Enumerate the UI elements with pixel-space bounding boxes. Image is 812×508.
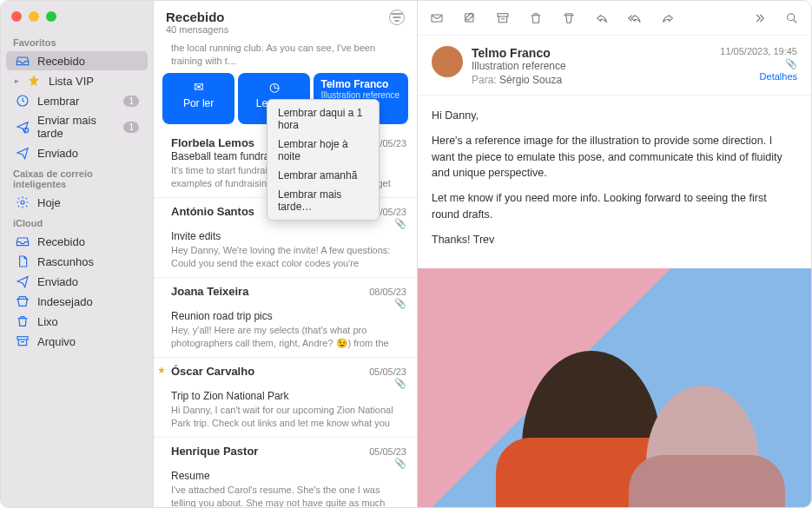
doc-icon: [15, 254, 30, 268]
sidebar-badge: 1: [123, 96, 139, 107]
sidebar-item-recebido[interactable]: Recebido: [6, 232, 148, 251]
avatar: [432, 46, 463, 77]
reader-header: Telmo Franco Illustration reference Para…: [418, 36, 811, 96]
sidebar-item-lixo[interactable]: Lixo: [6, 312, 148, 331]
sidebar-item-label: Hoje: [37, 196, 139, 209]
archive-icon[interactable]: [494, 11, 512, 25]
message-from: António Santos: [171, 205, 254, 218]
sidebar-item-lista-vip[interactable]: ▸Lista VIP: [6, 71, 148, 90]
mailbox-count: 40 mensagens: [166, 24, 228, 35]
reply-all-icon[interactable]: [626, 11, 644, 25]
reader-attachment-image[interactable]: [418, 268, 811, 507]
message-preview: I've attached Carol's resume. She's the …: [171, 484, 406, 507]
sidebar-group-title: Caixas de correio inteligentes: [1, 163, 153, 192]
minimize-window[interactable]: [29, 11, 39, 22]
sidebar-item-lembrar[interactable]: Lembrar1: [6, 91, 148, 110]
sidebar-item-label: Recebido: [37, 235, 139, 248]
sidebar-item-enviar-mais-tarde[interactable]: Enviar mais tarde1: [6, 111, 148, 142]
reader-to: Para: Sérgio Souza: [472, 74, 711, 86]
message-item[interactable]: Joana Teixeira08/05/23📎Reunion road trip…: [154, 278, 417, 358]
sent-icon: [15, 274, 30, 288]
envelope-icon: ✉: [194, 80, 204, 94]
message-date: 05/05/23: [369, 366, 406, 377]
sidebar: FavoritosRecebido▸Lista VIPLembrar1Envia…: [1, 1, 153, 507]
close-window[interactable]: [11, 11, 22, 22]
more-icon[interactable]: [750, 11, 768, 25]
message-preview: Hi Danny, I can't wait for our upcoming …: [171, 404, 406, 430]
message-preview: Hey Danny, We're loving the invite! A fe…: [171, 244, 406, 270]
reader-paragraph: Hi Danny,: [432, 108, 797, 124]
mailbox-title: Recebido: [166, 10, 228, 24]
sidebar-item-label: Enviado: [37, 275, 139, 288]
sidebar-item-arquivo[interactable]: Arquivo: [6, 332, 148, 351]
sidebar-item-enviado[interactable]: Enviado: [6, 143, 148, 162]
sidebar-item-enviado[interactable]: Enviado: [6, 272, 148, 291]
star-icon: [26, 74, 42, 88]
svg-point-2: [21, 201, 24, 204]
chevron-right-icon: ▸: [15, 76, 19, 85]
sidebar-item-recebido[interactable]: Recebido: [6, 51, 148, 70]
sidebar-item-hoje[interactable]: Hoje: [6, 193, 148, 212]
filter-icon[interactable]: [389, 10, 405, 25]
attachment-icon: 📎: [394, 458, 406, 469]
filter-unread[interactable]: ✉ Por ler: [162, 73, 234, 124]
sidebar-group-title: iCloud: [1, 213, 153, 231]
reader-pane: Telmo Franco Illustration reference Para…: [418, 1, 811, 507]
details-link[interactable]: Detalhes: [720, 71, 797, 82]
send-later-icon: [15, 120, 30, 134]
reader-paragraph: Thanks! Trev: [432, 232, 797, 248]
remind-popover: Lembrar daqui a 1 horaLembrar hoje à noi…: [267, 99, 380, 221]
message-item[interactable]: Henrique Pastor05/05/23📎ResumeI've attac…: [154, 438, 417, 507]
svg-rect-6: [498, 13, 508, 16]
sidebar-item-label: Lista VIP: [49, 75, 139, 88]
junk-icon: [15, 294, 30, 308]
reader-toolbar: [418, 1, 811, 36]
popover-item[interactable]: Lembrar hoje à noite: [267, 135, 379, 166]
sidebar-item-label: Rascunhos: [37, 255, 139, 268]
trash-icon: [15, 314, 30, 328]
compose-icon[interactable]: [461, 11, 479, 25]
popover-item[interactable]: Lembrar daqui a 1 hora: [267, 103, 379, 135]
attachment-icon: 📎: [720, 58, 797, 69]
message-subject: Resume: [171, 470, 406, 482]
message-subject: Reunion road trip pics: [171, 310, 406, 322]
sidebar-item-label: Indesejado: [37, 295, 139, 308]
search-icon[interactable]: [783, 11, 801, 25]
popover-item[interactable]: Lembrar mais tarde…: [267, 185, 379, 216]
window-controls: [1, 8, 153, 32]
message-from: Florbela Lemos: [171, 136, 254, 149]
forward-icon[interactable]: [659, 11, 677, 25]
archive-icon: [15, 334, 30, 348]
message-subject: Invite edits: [171, 230, 406, 242]
clock-icon: ◷: [269, 80, 280, 94]
sidebar-item-label: Enviado: [37, 147, 139, 160]
reader-paragraph: Here's a reference image for the illustr…: [432, 133, 797, 181]
message-list-pane: Recebido 40 mensagens the local running …: [153, 1, 418, 507]
inbox-icon: [15, 234, 30, 248]
message-from: Óscar Carvalho: [171, 365, 254, 378]
sidebar-item-rascunhos[interactable]: Rascunhos: [6, 252, 148, 271]
envelope-icon[interactable]: [428, 11, 446, 25]
reader-subject: Illustration reference: [472, 60, 711, 72]
message-item[interactable]: Óscar Carvalho05/05/23📎Trip to Zion Nati…: [154, 358, 417, 438]
junk-icon[interactable]: [560, 11, 578, 25]
sidebar-group-title: Favoritos: [1, 32, 153, 50]
reader-paragraph: Let me know if you need more info. Looki…: [432, 190, 797, 223]
clock-icon: [15, 94, 30, 108]
sidebar-item-label: Lixo: [37, 315, 139, 328]
reply-icon[interactable]: [593, 11, 611, 25]
svg-rect-3: [17, 337, 28, 340]
zoom-window[interactable]: [46, 11, 56, 22]
svg-rect-4: [432, 15, 442, 22]
trash-icon[interactable]: [527, 11, 545, 25]
popover-item[interactable]: Lembrar amanhã: [267, 166, 379, 185]
svg-point-7: [788, 13, 795, 20]
sidebar-item-label: Arquivo: [37, 335, 139, 348]
message-date: 05/05/23: [369, 446, 406, 457]
sidebar-item-label: Lembrar: [37, 95, 116, 108]
truncated-preview: the local running club. As you can see, …: [154, 42, 417, 68]
message-subject: Trip to Zion National Park: [171, 390, 406, 402]
reader-date: 11/05/2023, 19:45: [720, 46, 797, 56]
reader-from: Telmo Franco: [472, 46, 711, 60]
sidebar-item-indesejado[interactable]: Indesejado: [6, 292, 148, 311]
